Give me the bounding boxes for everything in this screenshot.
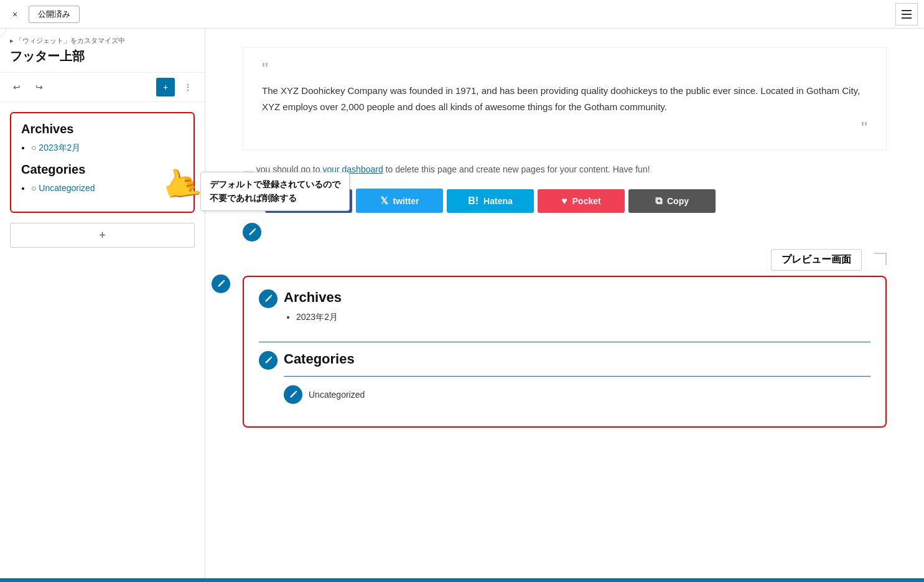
edit-categories-button[interactable] bbox=[259, 351, 278, 370]
categories-list: Uncategorized bbox=[21, 183, 184, 193]
top-bar: × 公開済み bbox=[0, 0, 924, 29]
add-block-button[interactable]: + bbox=[156, 78, 175, 96]
more-options-button[interactable]: ⋮ bbox=[179, 78, 197, 96]
hatena-share-button[interactable]: B! Hatena bbox=[447, 189, 534, 213]
hamburger-line bbox=[902, 10, 912, 11]
footer-uncategorized-label: Uncategorized bbox=[309, 390, 365, 400]
footer-categories-title: Categories bbox=[284, 351, 870, 367]
hamburger-line bbox=[902, 14, 912, 15]
copy-share-button[interactable]: ⧉ Copy bbox=[628, 189, 716, 213]
section-divider bbox=[259, 342, 870, 342]
archive-link[interactable]: 2023年2月 bbox=[39, 143, 80, 153]
sidebar-header: ▸ 「ウィジェット」をカスタマイズ中 フッター上部 bbox=[0, 29, 205, 73]
footer-archives-list: 2023年2月 bbox=[284, 312, 342, 323]
breadcrumb: ▸ 「ウィジェット」をカスタマイズ中 bbox=[10, 36, 195, 45]
pocket-icon: ♥ bbox=[561, 195, 567, 207]
footer-archive-item: 2023年2月 bbox=[296, 312, 342, 323]
twitter-icon: 𝕏 bbox=[380, 195, 388, 207]
sidebar: ‹ ▸ 「ウィジェット」をカスタマイズ中 フッター上部 ↩ ↪ + ⋮ Arch… bbox=[0, 29, 205, 578]
quote-mark-open: " bbox=[262, 60, 867, 78]
sidebar-toolbar: ↩ ↪ + ⋮ bbox=[0, 73, 205, 102]
twitter-label: twitter bbox=[393, 196, 419, 206]
twitter-share-button[interactable]: 𝕏 twitter bbox=[356, 189, 443, 213]
annotation-balloon: 🤙 デフォルトで登録されているので 不要であれば削除する bbox=[162, 172, 350, 211]
quote-text: The XYZ Doohickey Company was founded in… bbox=[262, 83, 867, 115]
add-widget-button[interactable]: + bbox=[10, 223, 195, 248]
edit-block-button-2[interactable] bbox=[243, 223, 261, 242]
archives-title: Archives bbox=[21, 122, 184, 136]
quote-mark-close: " bbox=[262, 120, 867, 137]
footer-archives-row: Archives 2023年2月 bbox=[259, 289, 870, 333]
footer-preview-box: Archives 2023年2月 Categories bbox=[243, 276, 887, 428]
sidebar-title: フッター上部 bbox=[10, 48, 195, 65]
archives-list: 2023年2月 bbox=[21, 143, 184, 154]
categories-divider bbox=[284, 376, 870, 377]
copy-label: Copy bbox=[667, 196, 689, 206]
main-area: ‹ ▸ 「ウィジェット」をカスタマイズ中 フッター上部 ↩ ↪ + ⋮ Arch… bbox=[0, 29, 924, 578]
hatena-icon: B! bbox=[468, 195, 478, 207]
footer-categories-row: Categories Uncategorized bbox=[259, 351, 870, 409]
edit-archives-button[interactable] bbox=[259, 289, 278, 308]
redo-button[interactable]: ↪ bbox=[30, 78, 49, 96]
undo-button[interactable]: ↩ bbox=[7, 78, 26, 96]
archive-item: 2023年2月 bbox=[31, 143, 184, 154]
edit-uncategorized-button[interactable] bbox=[284, 385, 302, 404]
pocket-share-button[interactable]: ♥ Pocket bbox=[538, 189, 625, 213]
publish-button[interactable]: 公開済み bbox=[29, 6, 80, 23]
preview-content: " The XYZ Doohickey Company was founded … bbox=[205, 29, 924, 578]
footer-archives-title: Archives bbox=[284, 289, 342, 306]
balloon-text: デフォルトで登録されているので 不要であれば削除する bbox=[200, 172, 350, 211]
hamburger-menu-button[interactable] bbox=[895, 3, 918, 26]
pocket-label: Pocket bbox=[572, 196, 601, 206]
preview-area: " The XYZ Doohickey Company was founded … bbox=[205, 29, 924, 578]
preview-label: プレビュー画面 bbox=[771, 249, 862, 271]
hamburger-line bbox=[902, 17, 912, 19]
footer-uncategorized-row: Uncategorized bbox=[284, 385, 870, 404]
hatena-label: Hatena bbox=[483, 196, 513, 206]
close-button[interactable]: × bbox=[6, 6, 24, 23]
quote-block: " The XYZ Doohickey Company was founded … bbox=[243, 47, 887, 150]
bottom-accent-bar bbox=[0, 578, 924, 582]
copy-icon: ⧉ bbox=[655, 195, 662, 207]
category-link[interactable]: Uncategorized bbox=[39, 183, 95, 193]
edit-side-button[interactable] bbox=[212, 275, 230, 293]
